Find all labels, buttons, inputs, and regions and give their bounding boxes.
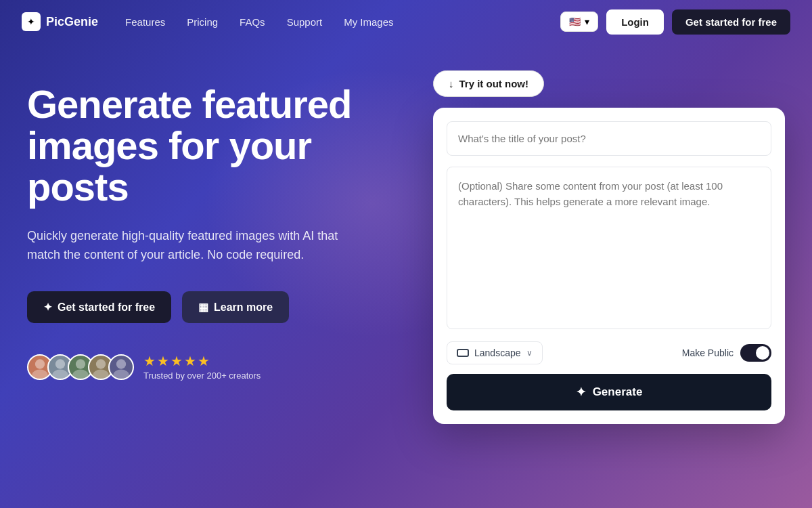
social-text: ★ ★ ★ ★ ★ Trusted by over 200+ creators xyxy=(143,353,261,381)
star-3: ★ xyxy=(171,353,183,369)
chevron-down-icon: ∨ xyxy=(526,348,533,358)
generate-card: Landscape ∨ Make Public ✦ Generate xyxy=(433,108,785,424)
card-footer: Landscape ∨ Make Public xyxy=(447,341,771,364)
arrow-down-icon: ↓ xyxy=(449,78,454,89)
get-started-button[interactable]: ✦ Get started for free xyxy=(27,291,171,323)
make-public-toggle[interactable] xyxy=(740,344,771,362)
page-background: ✦ PicGenie Features Pricing FAQs Support… xyxy=(0,0,812,508)
generate-sparkle-icon: ✦ xyxy=(576,385,586,400)
landscape-icon xyxy=(457,349,469,357)
post-content-textarea[interactable] xyxy=(447,167,771,329)
nav-link-faqs[interactable]: FAQs xyxy=(240,16,265,28)
star-rating: ★ ★ ★ ★ ★ xyxy=(143,353,261,369)
star-4: ★ xyxy=(184,353,196,369)
post-title-input[interactable] xyxy=(447,121,771,156)
login-button[interactable]: Login xyxy=(606,9,664,35)
hero-subtitle: Quickly generate high-quality featured i… xyxy=(27,227,365,265)
svg-point-2 xyxy=(55,359,65,368)
svg-point-7 xyxy=(93,370,108,380)
svg-point-4 xyxy=(76,359,85,368)
logo-icon: ✦ xyxy=(22,12,41,31)
make-public-label: Make Public xyxy=(682,347,734,358)
generate-button[interactable]: ✦ Generate xyxy=(447,374,771,410)
left-panel: Generate featured images for your posts … xyxy=(27,70,392,381)
brand-name: PicGenie xyxy=(46,15,98,29)
flag-icon: 🇺🇸 xyxy=(569,16,581,27)
try-it-label: Try it out now! xyxy=(459,78,529,89)
language-selector[interactable]: 🇺🇸 ▾ xyxy=(560,12,598,32)
generate-label: Generate xyxy=(593,385,643,399)
svg-point-5 xyxy=(72,370,88,380)
nav-links: Features Pricing FAQs Support My Images xyxy=(125,16,560,28)
right-panel: ↓ Try it out now! Landscape ∨ Make Publi… xyxy=(433,70,785,424)
nav-link-my-images[interactable]: My Images xyxy=(344,16,393,28)
nav-cta-button[interactable]: Get started for free xyxy=(672,9,790,35)
nav-link-support[interactable]: Support xyxy=(287,16,323,28)
orientation-label: Landscape xyxy=(474,347,521,358)
learn-more-label: Learn more xyxy=(214,301,273,314)
nav-link-pricing[interactable]: Pricing xyxy=(187,16,218,28)
star-1: ★ xyxy=(143,353,156,369)
nav-link-features[interactable]: Features xyxy=(125,16,165,28)
avatar xyxy=(108,354,134,380)
logo[interactable]: ✦ PicGenie xyxy=(22,12,98,31)
trusted-text: Trusted by over 200+ creators xyxy=(143,371,261,381)
star-2: ★ xyxy=(157,353,169,369)
main-content: Generate featured images for your posts … xyxy=(0,43,812,424)
sparkle-icon: ✦ xyxy=(43,301,52,314)
get-started-label: Get started for free xyxy=(58,301,155,314)
learn-more-button[interactable]: ▦ Learn more xyxy=(182,291,289,323)
nav-actions: 🇺🇸 ▾ Login Get started for free xyxy=(560,9,790,35)
book-icon: ▦ xyxy=(198,301,208,314)
navbar: ✦ PicGenie Features Pricing FAQs Support… xyxy=(0,0,812,43)
hero-buttons: ✦ Get started for free ▦ Learn more xyxy=(27,291,392,323)
star-5: ★ xyxy=(198,353,210,369)
svg-point-9 xyxy=(113,370,129,380)
svg-point-8 xyxy=(116,359,126,368)
svg-point-0 xyxy=(35,359,45,368)
try-it-button[interactable]: ↓ Try it out now! xyxy=(433,70,544,97)
make-public-control: Make Public xyxy=(682,344,771,362)
svg-point-1 xyxy=(32,370,47,380)
social-proof: ★ ★ ★ ★ ★ Trusted by over 200+ creators xyxy=(27,353,392,381)
avatar-group xyxy=(27,354,134,380)
hero-title: Generate featured images for your posts xyxy=(27,84,392,208)
svg-point-3 xyxy=(52,370,68,380)
chevron-down-icon: ▾ xyxy=(585,16,589,27)
svg-point-6 xyxy=(96,359,106,368)
orientation-selector[interactable]: Landscape ∨ xyxy=(447,341,543,364)
